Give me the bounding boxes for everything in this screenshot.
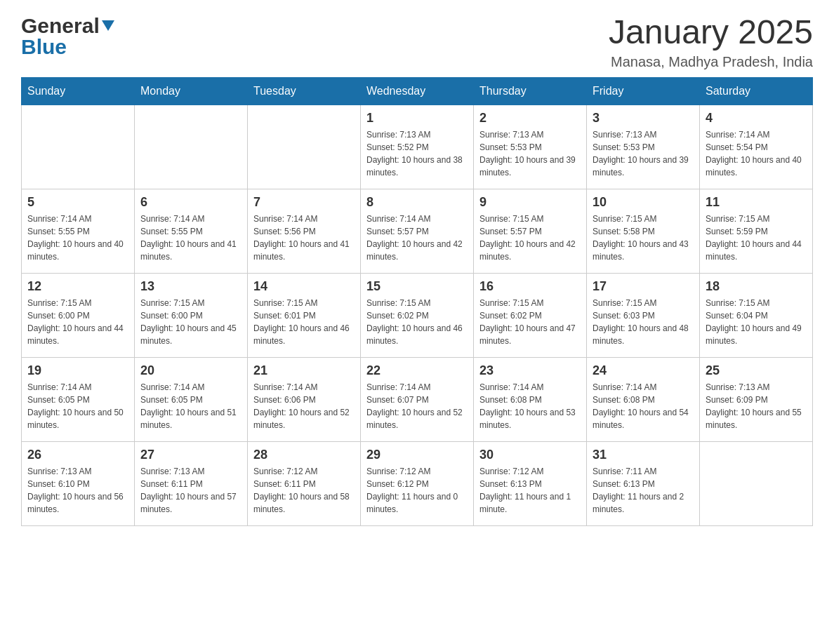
calendar-day-22: 22Sunrise: 7:14 AMSunset: 6:07 PMDayligh… bbox=[361, 357, 474, 441]
weekday-header-wednesday: Wednesday bbox=[361, 77, 474, 105]
day-info: Sunrise: 7:14 AMSunset: 6:08 PMDaylight:… bbox=[593, 381, 694, 431]
calendar-day-9: 9Sunrise: 7:15 AMSunset: 5:57 PMDaylight… bbox=[474, 189, 587, 273]
calendar-day-19: 19Sunrise: 7:14 AMSunset: 6:05 PMDayligh… bbox=[22, 357, 135, 441]
day-number: 5 bbox=[27, 195, 128, 210]
calendar-day-12: 12Sunrise: 7:15 AMSunset: 6:00 PMDayligh… bbox=[22, 273, 135, 357]
weekday-header-row: SundayMondayTuesdayWednesdayThursdayFrid… bbox=[22, 77, 813, 105]
logo-triangle-icon bbox=[102, 20, 114, 31]
calendar-day-4: 4Sunrise: 7:14 AMSunset: 5:54 PMDaylight… bbox=[700, 105, 813, 189]
day-info: Sunrise: 7:14 AMSunset: 6:08 PMDaylight:… bbox=[479, 381, 581, 431]
calendar-table: SundayMondayTuesdayWednesdayThursdayFrid… bbox=[21, 77, 813, 526]
day-number: 26 bbox=[27, 448, 128, 462]
day-number: 14 bbox=[253, 279, 355, 294]
day-number: 12 bbox=[27, 279, 128, 294]
calendar-day-28: 28Sunrise: 7:12 AMSunset: 6:11 PMDayligh… bbox=[248, 441, 361, 525]
day-number: 17 bbox=[593, 279, 694, 294]
logo-general-text: General bbox=[21, 14, 100, 38]
day-number: 3 bbox=[593, 111, 694, 126]
day-number: 25 bbox=[706, 363, 807, 378]
logo: General Blue bbox=[21, 14, 114, 59]
empty-cell bbox=[135, 105, 248, 189]
calendar-day-17: 17Sunrise: 7:15 AMSunset: 6:03 PMDayligh… bbox=[587, 273, 700, 357]
day-info: Sunrise: 7:14 AMSunset: 5:55 PMDaylight:… bbox=[27, 213, 128, 263]
weekday-header-thursday: Thursday bbox=[474, 77, 587, 105]
calendar-week-5: 26Sunrise: 7:13 AMSunset: 6:10 PMDayligh… bbox=[22, 441, 813, 525]
calendar-day-16: 16Sunrise: 7:15 AMSunset: 6:02 PMDayligh… bbox=[474, 273, 587, 357]
day-number: 1 bbox=[366, 111, 468, 126]
day-info: Sunrise: 7:13 AMSunset: 5:53 PMDaylight:… bbox=[593, 128, 694, 179]
day-info: Sunrise: 7:14 AMSunset: 6:07 PMDaylight:… bbox=[366, 381, 468, 431]
calendar-day-30: 30Sunrise: 7:12 AMSunset: 6:13 PMDayligh… bbox=[474, 441, 587, 525]
day-info: Sunrise: 7:12 AMSunset: 6:12 PMDaylight:… bbox=[366, 465, 468, 516]
day-number: 15 bbox=[366, 279, 468, 294]
title-section: January 2025 Manasa, Madhya Pradesh, Ind… bbox=[609, 14, 813, 70]
calendar-day-1: 1Sunrise: 7:13 AMSunset: 5:52 PMDaylight… bbox=[361, 105, 474, 189]
weekday-header-monday: Monday bbox=[135, 77, 248, 105]
day-info: Sunrise: 7:15 AMSunset: 5:59 PMDaylight:… bbox=[706, 213, 807, 263]
day-info: Sunrise: 7:14 AMSunset: 5:54 PMDaylight:… bbox=[706, 128, 807, 179]
day-info: Sunrise: 7:14 AMSunset: 6:05 PMDaylight:… bbox=[27, 381, 128, 431]
calendar-day-13: 13Sunrise: 7:15 AMSunset: 6:00 PMDayligh… bbox=[135, 273, 248, 357]
day-info: Sunrise: 7:11 AMSunset: 6:13 PMDaylight:… bbox=[593, 465, 694, 516]
weekday-header-friday: Friday bbox=[587, 77, 700, 105]
calendar-day-24: 24Sunrise: 7:14 AMSunset: 6:08 PMDayligh… bbox=[587, 357, 700, 441]
calendar-day-2: 2Sunrise: 7:13 AMSunset: 5:53 PMDaylight… bbox=[474, 105, 587, 189]
day-number: 22 bbox=[366, 363, 468, 378]
day-number: 6 bbox=[140, 195, 241, 210]
calendar-day-21: 21Sunrise: 7:14 AMSunset: 6:06 PMDayligh… bbox=[248, 357, 361, 441]
day-number: 19 bbox=[27, 363, 128, 378]
day-number: 2 bbox=[479, 111, 581, 126]
day-info: Sunrise: 7:15 AMSunset: 6:02 PMDaylight:… bbox=[479, 297, 581, 347]
empty-cell bbox=[22, 105, 135, 189]
weekday-header-tuesday: Tuesday bbox=[248, 77, 361, 105]
calendar-day-14: 14Sunrise: 7:15 AMSunset: 6:01 PMDayligh… bbox=[248, 273, 361, 357]
month-title: January 2025 bbox=[609, 14, 813, 51]
day-number: 9 bbox=[479, 195, 581, 210]
day-number: 7 bbox=[253, 195, 355, 210]
day-info: Sunrise: 7:13 AMSunset: 6:09 PMDaylight:… bbox=[706, 381, 807, 431]
empty-cell bbox=[700, 441, 813, 525]
day-number: 27 bbox=[140, 448, 241, 462]
weekday-header-saturday: Saturday bbox=[700, 77, 813, 105]
day-number: 4 bbox=[706, 111, 807, 126]
calendar-day-8: 8Sunrise: 7:14 AMSunset: 5:57 PMDaylight… bbox=[361, 189, 474, 273]
calendar-week-2: 5Sunrise: 7:14 AMSunset: 5:55 PMDaylight… bbox=[22, 189, 813, 273]
day-info: Sunrise: 7:15 AMSunset: 6:01 PMDaylight:… bbox=[253, 297, 355, 347]
calendar-day-11: 11Sunrise: 7:15 AMSunset: 5:59 PMDayligh… bbox=[700, 189, 813, 273]
calendar-day-5: 5Sunrise: 7:14 AMSunset: 5:55 PMDaylight… bbox=[22, 189, 135, 273]
day-info: Sunrise: 7:14 AMSunset: 5:56 PMDaylight:… bbox=[253, 213, 355, 263]
calendar-day-26: 26Sunrise: 7:13 AMSunset: 6:10 PMDayligh… bbox=[22, 441, 135, 525]
day-info: Sunrise: 7:14 AMSunset: 6:06 PMDaylight:… bbox=[253, 381, 355, 431]
day-info: Sunrise: 7:12 AMSunset: 6:13 PMDaylight:… bbox=[479, 465, 581, 516]
calendar-day-3: 3Sunrise: 7:13 AMSunset: 5:53 PMDaylight… bbox=[587, 105, 700, 189]
day-number: 18 bbox=[706, 279, 807, 294]
calendar-day-6: 6Sunrise: 7:14 AMSunset: 5:55 PMDaylight… bbox=[135, 189, 248, 273]
calendar-week-1: 1Sunrise: 7:13 AMSunset: 5:52 PMDaylight… bbox=[22, 105, 813, 189]
day-info: Sunrise: 7:14 AMSunset: 6:05 PMDaylight:… bbox=[140, 381, 241, 431]
day-info: Sunrise: 7:15 AMSunset: 6:02 PMDaylight:… bbox=[366, 297, 468, 347]
day-info: Sunrise: 7:13 AMSunset: 5:52 PMDaylight:… bbox=[366, 128, 468, 179]
calendar-day-27: 27Sunrise: 7:13 AMSunset: 6:11 PMDayligh… bbox=[135, 441, 248, 525]
day-number: 8 bbox=[366, 195, 468, 210]
day-number: 24 bbox=[593, 363, 694, 378]
day-info: Sunrise: 7:15 AMSunset: 5:57 PMDaylight:… bbox=[479, 213, 581, 263]
day-info: Sunrise: 7:14 AMSunset: 5:57 PMDaylight:… bbox=[366, 213, 468, 263]
day-info: Sunrise: 7:15 AMSunset: 6:00 PMDaylight:… bbox=[27, 297, 128, 347]
day-number: 13 bbox=[140, 279, 241, 294]
calendar-day-7: 7Sunrise: 7:14 AMSunset: 5:56 PMDaylight… bbox=[248, 189, 361, 273]
calendar-week-4: 19Sunrise: 7:14 AMSunset: 6:05 PMDayligh… bbox=[22, 357, 813, 441]
calendar-day-31: 31Sunrise: 7:11 AMSunset: 6:13 PMDayligh… bbox=[587, 441, 700, 525]
day-number: 21 bbox=[253, 363, 355, 378]
empty-cell bbox=[248, 105, 361, 189]
day-info: Sunrise: 7:12 AMSunset: 6:11 PMDaylight:… bbox=[253, 465, 355, 516]
calendar-day-10: 10Sunrise: 7:15 AMSunset: 5:58 PMDayligh… bbox=[587, 189, 700, 273]
day-number: 30 bbox=[479, 448, 581, 462]
day-info: Sunrise: 7:15 AMSunset: 5:58 PMDaylight:… bbox=[593, 213, 694, 263]
day-info: Sunrise: 7:13 AMSunset: 5:53 PMDaylight:… bbox=[479, 128, 581, 179]
logo-blue-text: Blue bbox=[21, 35, 67, 59]
calendar-day-18: 18Sunrise: 7:15 AMSunset: 6:04 PMDayligh… bbox=[700, 273, 813, 357]
day-info: Sunrise: 7:15 AMSunset: 6:03 PMDaylight:… bbox=[593, 297, 694, 347]
day-info: Sunrise: 7:13 AMSunset: 6:10 PMDaylight:… bbox=[27, 465, 128, 516]
page-header: General Blue January 2025 Manasa, Madhya… bbox=[21, 14, 813, 70]
calendar-day-29: 29Sunrise: 7:12 AMSunset: 6:12 PMDayligh… bbox=[361, 441, 474, 525]
